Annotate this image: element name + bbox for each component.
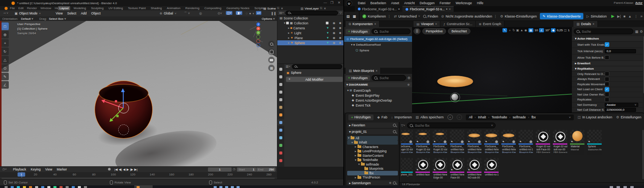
- taskbar-app-icon[interactable]: [35, 186, 38, 188]
- tree-folder-thirdperson[interactable]: ▸ThirdPerson: [347, 175, 398, 180]
- disclosure-icon[interactable]: ▾: [355, 158, 357, 162]
- jump-start-button[interactable]: |◀: [114, 168, 118, 171]
- stop-button[interactable]: ■: [623, 14, 625, 18]
- taskbar-app-icon[interactable]: [41, 186, 44, 188]
- tree-folder-startercontent[interactable]: ▸StarterContent: [347, 153, 398, 158]
- components-search[interactable]: [372, 29, 411, 34]
- asset-scrollbar[interactable]: [642, 130, 644, 179]
- asset-tile-fbxscene_-kugel-32-sub-[interactable]: ★FbxScene_Kugel-32-sub-Blueprint-Klasse: [415, 130, 430, 155]
- add-graph-icon[interactable]: ⊕: [407, 83, 410, 86]
- browse-to-asset-icon[interactable]: ▦: [353, 14, 356, 18]
- taskbar-app-icon[interactable]: [231, 186, 234, 188]
- gear-icon[interactable]: ⚙: [640, 30, 643, 33]
- workspace-tab-animation[interactable]: Animation: [165, 6, 182, 10]
- section-header-replikation[interactable]: ▾ Replikation: [572, 66, 643, 72]
- taskbar-app-icon[interactable]: [53, 186, 56, 188]
- angle-snap-value[interactable]: 10°: [545, 29, 550, 32]
- hide-unrelated-button[interactable]: ⊘Nicht zugeordnete ausblenden⋮: [441, 14, 497, 18]
- properties-editor-icon[interactable]: ▥˅: [286, 65, 290, 68]
- menu-debuggen[interactable]: Debuggen: [420, 1, 435, 5]
- graph-row-eventgraph[interactable]: ▾⊞EventGraph: [344, 88, 412, 93]
- axis-ball-Z[interactable]: Z: [256, 22, 260, 26]
- properties-tab-tool-icon[interactable]: [277, 66, 284, 72]
- properties-tab-particles-icon[interactable]: [277, 127, 284, 133]
- tool-button-4[interactable]: △: [1, 56, 9, 64]
- favorite-star-icon[interactable]: ★: [433, 140, 436, 143]
- viewport-menu-object[interactable]: Object: [91, 11, 101, 15]
- asset-tile-untitled-new--face-00[interactable]: ★untitled-New-Face-00: [450, 158, 464, 182]
- tool-button-7[interactable]: ∠: [1, 81, 9, 89]
- timeline-menu-marker[interactable]: Marker: [57, 167, 67, 171]
- taskbar-app-icon[interactable]: [214, 186, 217, 188]
- outliner-search[interactable]: [285, 11, 338, 15]
- asset-tile-fbxscene_-untitled-new-[interactable]: ★FbxScene_untitled-New-Blueprint-Klasse: [501, 130, 516, 155]
- workspace-tab-sculpting[interactable]: Sculpting: [90, 6, 105, 10]
- tool-button-3[interactable]: ↻: [1, 48, 9, 55]
- tree-folder-fbx[interactable]: fbx: [347, 171, 398, 175]
- hide-viewport-eye-icon[interactable]: ◉: [333, 31, 335, 35]
- outliner-filter-icon[interactable]: ▽: [340, 11, 342, 14]
- my-blueprint-search[interactable]: [372, 75, 406, 81]
- asset-tile-fbxscene_-untitled-no-1[interactable]: ★FbxScene_untitled-no-1Blueprint-Klasse: [518, 130, 533, 155]
- proportional-edit-icon[interactable]: ◎: [199, 11, 202, 15]
- 3d-viewport[interactable]: User Perspective(1) Collection | SphereS…: [0, 21, 277, 166]
- axis-navigation-gizmo[interactable]: ZXY: [256, 22, 276, 42]
- find-button[interactable]: Finden: [423, 14, 438, 18]
- shading-solid-icon[interactable]: ●: [249, 11, 251, 15]
- favorite-star-icon[interactable]: ★: [536, 140, 539, 143]
- grid-snap-icon[interactable]: ▦: [528, 28, 534, 32]
- forward-button[interactable]: ›: [457, 115, 462, 120]
- tree-folder-blueprints[interactable]: blueprints: [347, 167, 398, 171]
- taskbar-app-icon[interactable]: [219, 186, 222, 188]
- menu-werkzeuge[interactable]: Werkzeuge: [456, 1, 472, 5]
- menu-hilfe[interactable]: Hilfe: [477, 1, 483, 5]
- jump-end-button[interactable]: ▶|: [134, 168, 137, 171]
- prev-keyframe-button[interactable]: ◀|: [119, 168, 122, 171]
- viewport-grid-ortho-icon[interactable]: ▦: [268, 65, 275, 71]
- component-row-defaultsceneroot[interactable]: ▾♦DefaultSceneRoot: [344, 42, 412, 48]
- close-icon[interactable]: ×: [375, 69, 377, 73]
- menu-ansicht[interactable]: Ansicht: [404, 1, 415, 5]
- favorite-star-icon[interactable]: ★: [571, 140, 573, 143]
- tool-button-1[interactable]: ⊕: [1, 31, 9, 38]
- asset-tile-untitled-new--edge-00[interactable]: ★untitled-New-Edge-00: [433, 158, 447, 182]
- eject-button[interactable]: ▲: [628, 14, 632, 18]
- checkbox-unchecked[interactable]: [605, 55, 609, 60]
- add-blueprint-item-button[interactable]: +Hinzufügen: [346, 75, 370, 81]
- asset-tile-sphere[interactable]: ★SphereStatisches Mesh: [587, 130, 602, 155]
- graph-row-event-beginplay[interactable]: ◈Event BeginPlay: [344, 93, 412, 98]
- checkbox-checked[interactable]: ✓: [605, 87, 609, 92]
- taskbar-app-icon[interactable]: [17, 186, 20, 188]
- checkbox-checked[interactable]: ✓: [605, 42, 609, 47]
- outliner-display-mode-icon[interactable]: ▤˅: [279, 11, 284, 14]
- asset-tile-kugel-32-sub--soli-face-00[interactable]: ★Kugel-32-sub-soli-Face-00FBX-Szenenim..…: [536, 130, 550, 155]
- favorite-star-icon[interactable]: ★: [485, 168, 487, 171]
- checkbox-unchecked[interactable]: [605, 92, 609, 97]
- axis-ball-X[interactable]: X: [256, 27, 260, 30]
- menu-asset[interactable]: Asset: [391, 1, 399, 5]
- scene-selector[interactable]: ▦ Scene ⎘✕: [263, 6, 283, 10]
- filter-icon[interactable]: ▽˅: [401, 124, 405, 127]
- disclosure-icon[interactable]: ▾: [348, 136, 351, 140]
- breadcrumb-item-all[interactable]: All: [469, 115, 472, 119]
- breadcrumb-item-selfmade[interactable]: selfmade: [513, 115, 526, 119]
- current-frame-field[interactable]: 1: [208, 167, 232, 172]
- favorite-star-icon[interactable]: ★: [451, 140, 453, 143]
- disclosure-right-icon[interactable]: ▸: [288, 36, 290, 40]
- surface-snap-icon[interactable]: ◉: [525, 29, 527, 32]
- next-keyframe-button[interactable]: |▶: [130, 168, 133, 171]
- rotate-tool-icon[interactable]: ↻: [512, 29, 515, 32]
- taskbar-app-icon[interactable]: [47, 186, 50, 188]
- workspace-tab-uv-editing[interactable]: UV Editing: [107, 6, 124, 10]
- properties-search[interactable]: [292, 64, 342, 69]
- workspace-tab-modeling[interactable]: Modeling: [72, 6, 87, 10]
- maximize-icon[interactable]: ❐: [330, 1, 333, 5]
- graph-row-event-actorbeginoverlap[interactable]: ◈Event ActorBeginOverlap: [344, 98, 412, 103]
- properties-tab-world-icon[interactable]: [277, 104, 284, 110]
- taskbar-app-icon[interactable]: [23, 186, 26, 188]
- disable-render-camera-icon[interactable]: ◙: [339, 36, 341, 40]
- frame-end-field[interactable]: End250: [256, 167, 275, 172]
- breadcrumb-item-fbx[interactable]: fbx: [531, 115, 536, 119]
- breadcrumb-item-inhalt[interactable]: Inhalt: [478, 115, 486, 119]
- disclosure-icon[interactable]: ▸: [355, 176, 357, 179]
